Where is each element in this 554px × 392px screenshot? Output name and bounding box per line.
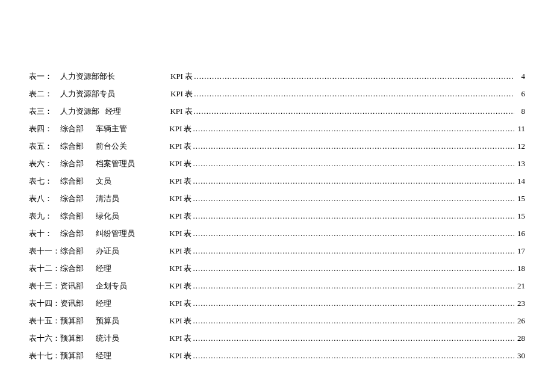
toc-dot-leader: ........................................…: [193, 107, 514, 116]
toc-role: 统计员: [96, 333, 119, 344]
toc-row: 表十：综合部纠纷管理员KPI 表........................…: [29, 228, 525, 246]
toc-page-number: 16: [514, 229, 525, 238]
toc-prefix: 表十六：: [29, 333, 60, 344]
toc-department: 预算部: [60, 333, 84, 344]
toc-role: 办证员: [96, 246, 119, 257]
toc-role: 经理: [96, 350, 111, 361]
toc-kpi-label: KPI 表: [169, 263, 191, 274]
toc-page-number: 4: [514, 72, 525, 81]
toc-page-number: 18: [514, 264, 525, 273]
toc-dot-leader: ........................................…: [191, 124, 514, 134]
toc-prefix: 表十：: [29, 228, 60, 239]
toc-row: 表十二：综合部经理KPI 表..........................…: [29, 263, 525, 281]
toc-kpi-label: KPI 表: [169, 123, 191, 134]
toc-row: 表四：综合部车辆主管KPI 表.........................…: [29, 123, 525, 141]
toc-row: 表十一：综合部办证员KPI 表.........................…: [29, 246, 525, 263]
toc-page-number: 30: [514, 351, 525, 361]
toc-department: 资讯部: [60, 281, 84, 291]
toc-prefix: 表四：: [29, 123, 60, 134]
toc-role: 车辆主管: [96, 123, 127, 134]
toc-dot-leader: ........................................…: [193, 72, 514, 81]
toc-row: 表五：综合部前台公关KPI 表.........................…: [29, 141, 525, 158]
toc-page-number: 15: [514, 211, 525, 221]
toc-prefix: 表六：: [29, 158, 60, 169]
toc-prefix: 表三：: [29, 106, 60, 117]
toc-row: 表十五：预算部预算员KPI 表.........................…: [29, 316, 525, 333]
toc-page-number: 26: [514, 316, 525, 326]
toc-dot-leader: ........................................…: [191, 176, 514, 186]
toc-dot-leader: ........................................…: [191, 229, 514, 238]
toc-department: 综合部: [60, 228, 84, 239]
toc-row: 表九：综合部绿化员KPI 表..........................…: [29, 211, 525, 228]
toc-kpi-label: KPI 表: [169, 228, 191, 239]
toc-prefix: 表九：: [29, 211, 60, 222]
toc-role: 企划专员: [96, 281, 127, 291]
toc-department: 综合部: [60, 246, 84, 257]
toc-row: 表七：综合部文员KPI 表...........................…: [29, 176, 525, 193]
toc-prefix: 表十一：: [29, 246, 60, 257]
toc-row: 表十三：资讯部企划专员KPI 表........................…: [29, 281, 525, 298]
toc-page-number: 12: [514, 142, 525, 151]
toc-role: 清洁员: [96, 193, 119, 204]
toc-row: 表八：综合部清洁员KPI 表..........................…: [29, 193, 525, 211]
toc-prefix: 表十二：: [29, 263, 60, 274]
toc-dot-leader: ........................................…: [191, 351, 514, 361]
toc-prefix: 表五：: [29, 141, 60, 152]
toc-page-number: 13: [514, 159, 525, 169]
toc-page-number: 11: [514, 124, 525, 134]
toc-kpi-label: KPI 表: [169, 333, 191, 344]
toc-page-number: 8: [514, 107, 525, 116]
toc-row: 表十四：资讯部经理KPI 表..........................…: [29, 298, 525, 316]
toc-prefix: 表十四：: [29, 298, 60, 309]
toc-role: 纠纷管理员: [96, 228, 135, 239]
toc-kpi-label: KPI 表: [169, 211, 191, 222]
toc-department: 综合部: [60, 141, 84, 152]
toc-department: 资讯部: [60, 298, 84, 309]
toc-page-number: 14: [514, 176, 525, 186]
toc-page-number: 6: [514, 89, 525, 99]
toc-prefix: 表十七：: [29, 350, 60, 361]
toc-prefix: 表十三：: [29, 281, 60, 291]
toc-role: 文员: [96, 176, 111, 187]
toc-prefix: 表八：: [29, 193, 60, 204]
toc-row: 表一：人力资源部部长KPI 表.........................…: [29, 71, 525, 89]
toc-department: 人力资源部: [60, 106, 99, 117]
toc-kpi-label: KPI 表: [169, 176, 191, 187]
toc-role: 档案管理员: [96, 158, 135, 169]
toc-page-number: 17: [514, 246, 525, 256]
toc-dot-leader: ........................................…: [191, 246, 514, 256]
toc-page-number: 21: [514, 281, 525, 291]
table-of-contents: 表一：人力资源部部长KPI 表.........................…: [29, 71, 525, 368]
toc-department: 人力资源部专员: [60, 89, 115, 99]
toc-kpi-label: KPI 表: [169, 350, 191, 361]
toc-role: 经理: [105, 106, 121, 117]
toc-department: 综合部: [60, 176, 84, 187]
toc-kpi-label: KPI 表: [169, 158, 191, 169]
toc-dot-leader: ........................................…: [191, 211, 514, 221]
toc-role: 预算员: [96, 316, 119, 326]
toc-prefix: 表七：: [29, 176, 60, 187]
toc-dot-leader: ........................................…: [191, 281, 514, 291]
toc-dot-leader: ........................................…: [191, 142, 514, 151]
toc-prefix: 表一：: [29, 71, 60, 82]
toc-row: 表十六：预算部统计员KPI 表.........................…: [29, 333, 525, 350]
toc-kpi-label: KPI 表: [169, 298, 191, 309]
toc-dot-leader: ........................................…: [191, 299, 514, 308]
toc-department: 综合部: [60, 123, 84, 134]
toc-kpi-label: KPI 表: [169, 316, 191, 326]
toc-department: 预算部: [60, 350, 84, 361]
toc-row: 表三：人力资源部经理KPI 表.........................…: [29, 106, 525, 123]
toc-dot-leader: ........................................…: [191, 334, 514, 343]
toc-department: 综合部: [60, 193, 84, 204]
toc-kpi-label: KPI 表: [170, 89, 193, 99]
toc-dot-leader: ........................................…: [191, 159, 514, 169]
toc-dot-leader: ........................................…: [191, 264, 514, 273]
toc-role: 绿化员: [96, 211, 119, 222]
toc-kpi-label: KPI 表: [170, 71, 193, 82]
toc-dot-leader: ........................................…: [191, 316, 514, 326]
toc-department: 综合部: [60, 211, 84, 222]
toc-department: 综合部: [60, 158, 84, 169]
toc-page-number: 15: [514, 194, 525, 204]
toc-department: 综合部: [60, 263, 84, 274]
toc-department: 预算部: [60, 316, 84, 326]
